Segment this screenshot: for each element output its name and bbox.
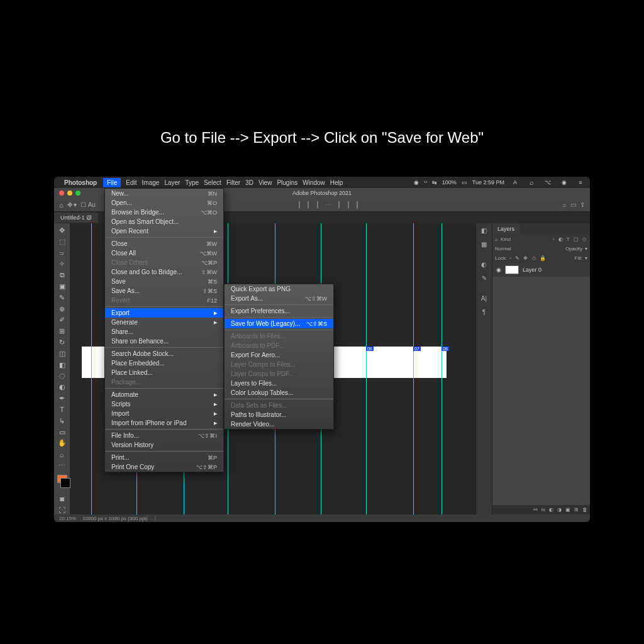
path-tool-icon[interactable]: ↳: [57, 416, 68, 426]
swatches-panel-icon[interactable]: ▦: [481, 241, 487, 252]
eyedropper-tool-icon[interactable]: ✎: [57, 293, 68, 303]
opacity-field[interactable]: ▾: [585, 246, 587, 252]
frame-tool-icon[interactable]: ▣: [57, 282, 68, 291]
type-tool-icon[interactable]: T: [57, 405, 68, 414]
align-icons[interactable]: ┃ ┃ ┃ ⋯ ┃ ┃ ┃: [297, 201, 362, 208]
pen-tool-icon[interactable]: ✒: [57, 394, 68, 403]
color-swatch[interactable]: [57, 475, 67, 484]
notif-icon[interactable]: ≡: [575, 177, 586, 188]
doc-info[interactable]: 10800 px x 1080 px (300 ppi): [82, 516, 148, 521]
menubar-item-3d[interactable]: 3D: [245, 179, 253, 186]
export-menu-paths-to-illustrator-[interactable]: Paths to Illustrator...: [225, 410, 333, 419]
file-menu-save[interactable]: Save⌘S: [105, 277, 223, 286]
file-menu-print-[interactable]: Print...⌘P: [105, 453, 223, 462]
menubar-item-window[interactable]: Window: [303, 179, 325, 186]
export-menu-render-video-[interactable]: Render Video...: [225, 419, 333, 429]
file-menu-scripts[interactable]: Scripts: [105, 399, 223, 409]
file-menu-export[interactable]: Export: [105, 308, 223, 318]
fx-icon[interactable]: fx: [541, 507, 545, 513]
visibility-icon[interactable]: ◉: [496, 267, 501, 273]
eraser-tool-icon[interactable]: ◫: [57, 349, 68, 358]
mask-icon[interactable]: ◐: [549, 507, 553, 513]
menubar-app[interactable]: Photoshop: [64, 179, 97, 186]
file-menu-place-linked-[interactable]: Place Linked...: [105, 368, 223, 377]
history-brush-icon[interactable]: ↻: [57, 338, 68, 347]
new-layer-icon[interactable]: ⊞: [574, 507, 579, 513]
export-menu-export-for-aero-[interactable]: Export For Aero...: [225, 350, 333, 360]
file-menu-open-[interactable]: Open...⌘O: [105, 198, 223, 208]
spotlight-icon[interactable]: A: [509, 177, 521, 188]
file-menu-place-embedded-[interactable]: Place Embedded...: [105, 358, 223, 368]
cc-icon[interactable]: ◉: [414, 179, 419, 186]
menubar-item-type[interactable]: Type: [185, 179, 199, 186]
shape-tool-icon[interactable]: ▭: [57, 428, 68, 437]
edit-toolbar-icon[interactable]: ⋯: [57, 461, 68, 470]
blur-tool-icon[interactable]: ◌: [57, 372, 68, 381]
screenmode-icon[interactable]: ⛶: [57, 505, 68, 514]
layer-row[interactable]: ◉ Layer 0: [492, 263, 590, 277]
home-icon[interactable]: ⌂: [59, 201, 64, 209]
export-menu-export-as-[interactable]: Export As...⌥⇧⌘W: [225, 294, 333, 303]
styles-panel-icon[interactable]: ✎: [482, 275, 487, 286]
menubar-item-file[interactable]: File: [103, 178, 121, 187]
zoom-tool-icon[interactable]: ⌕: [57, 450, 68, 459]
dodge-tool-icon[interactable]: ◐: [57, 382, 68, 392]
menubar-item-image[interactable]: Image: [142, 179, 160, 186]
file-menu-close-all[interactable]: Close All⌥⌘W: [105, 248, 223, 258]
workspace-icon[interactable]: ▭: [570, 201, 576, 208]
file-menu-new-[interactable]: New...⌘N: [105, 189, 223, 198]
bluetooth-icon[interactable]: ⌔: [424, 179, 427, 186]
file-menu-generate[interactable]: Generate: [105, 318, 223, 327]
quickmask-icon[interactable]: ◙: [57, 494, 68, 503]
stamp-tool-icon[interactable]: ⊞: [57, 326, 68, 336]
adjust-panel-icon[interactable]: ◐: [481, 261, 487, 272]
menubar-item-plugins[interactable]: Plugins: [277, 179, 297, 186]
siri-icon[interactable]: ◉: [558, 177, 570, 188]
marquee-tool-icon[interactable]: ⬚: [57, 237, 68, 247]
link-layers-icon[interactable]: ⚯: [533, 507, 538, 513]
menubar-item-filter[interactable]: Filter: [226, 179, 240, 186]
file-menu-close[interactable]: Close⌘W: [105, 239, 223, 248]
export-menu-layers-to-files-[interactable]: Layers to Files...: [225, 379, 333, 388]
blend-mode[interactable]: Normal: [495, 246, 511, 252]
file-menu-share-[interactable]: Share...: [105, 327, 223, 336]
document-tab[interactable]: Untitled-1 @: [54, 213, 98, 223]
heal-tool-icon[interactable]: ⊕: [57, 304, 68, 314]
move-tool-icon[interactable]: ✥ ▾: [67, 201, 77, 208]
layers-tab[interactable]: Layers: [492, 223, 519, 235]
auto-select[interactable]: ☐ Au: [80, 201, 95, 208]
file-menu-version-history[interactable]: Version History: [105, 440, 223, 450]
file-menu-print-one-copy[interactable]: Print One Copy⌥⇧⌘P: [105, 462, 223, 472]
color-panel-icon[interactable]: ◧: [481, 227, 487, 238]
file-menu-browse-in-bridge-[interactable]: Browse in Bridge...⌥⌘O: [105, 208, 223, 217]
file-menu-file-info-[interactable]: File Info...⌥⇧⌘I: [105, 431, 223, 440]
menubar-item-layer[interactable]: Layer: [164, 179, 180, 186]
para-panel-icon[interactable]: ¶: [482, 309, 486, 320]
export-menu-color-lookup-tables-[interactable]: Color Lookup Tables...: [225, 388, 333, 397]
file-menu-import[interactable]: Import: [105, 409, 223, 418]
menubar-item-edit[interactable]: Edit: [126, 179, 136, 186]
wifi-icon[interactable]: ⇆: [432, 179, 437, 186]
file-menu-import-from-iphone-or-ipad[interactable]: Import from iPhone or iPad: [105, 418, 223, 428]
zoom-level[interactable]: 20.15%: [59, 516, 76, 521]
search-icon[interactable]: ⌕: [563, 201, 567, 208]
file-menu-share-on-behance-[interactable]: Share on Behance...: [105, 336, 223, 346]
group-icon[interactable]: ▣: [565, 507, 570, 513]
move-tool-icon[interactable]: ✥: [57, 226, 68, 235]
delete-icon[interactable]: 🗑: [582, 507, 587, 513]
share-icon[interactable]: ⇪: [580, 201, 585, 208]
char-panel-icon[interactable]: A|: [481, 295, 487, 306]
gradient-tool-icon[interactable]: ◧: [57, 360, 68, 370]
menubar-item-select[interactable]: Select: [204, 179, 221, 186]
export-menu-quick-export-as-png[interactable]: Quick Export as PNG: [225, 284, 333, 294]
file-menu-close-and-go-to-bridge-[interactable]: Close and Go to Bridge...⇧⌘W: [105, 267, 223, 277]
export-menu-save-for-web-legacy-[interactable]: Save for Web (Legacy)...⌥⇧⌘S: [225, 319, 333, 328]
layers-filter[interactable]: ⌕Kind ▫ ◐ T ▢ ◇: [492, 235, 590, 244]
file-menu-open-recent[interactable]: Open Recent: [105, 226, 223, 236]
crop-tool-icon[interactable]: ⧉: [57, 270, 68, 280]
battery-icon[interactable]: ▭: [462, 179, 467, 186]
menubar-item-help[interactable]: Help: [330, 179, 343, 186]
clock[interactable]: Tue 2:59 PM: [472, 179, 504, 186]
layer-thumb[interactable]: [505, 265, 519, 274]
lasso-tool-icon[interactable]: ⟉: [57, 248, 68, 258]
